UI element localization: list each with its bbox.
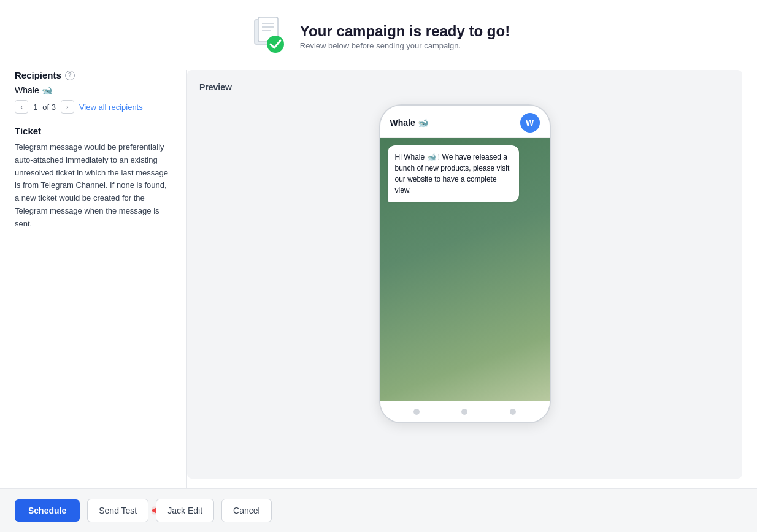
footer: Schedule Send Test Jack Edit Cancel bbox=[0, 488, 757, 532]
recipients-heading: Recipients ? bbox=[15, 70, 172, 80]
phone-mockup-container: Whale 🐋 W Hi Whale 🐋 ! We have released … bbox=[199, 104, 730, 466]
ticket-label: Ticket bbox=[15, 126, 41, 136]
view-all-recipients-link[interactable]: View all recipients bbox=[79, 102, 143, 112]
left-panel: Recipients ? Whale 🐋 ‹ 1 of 3 › View all… bbox=[15, 70, 186, 479]
pagination-of-label: of 3 bbox=[42, 102, 56, 112]
page-subtitle: Review below before sending your campaig… bbox=[300, 41, 510, 50]
cancel-button[interactable]: Cancel bbox=[221, 499, 272, 522]
phone-contact-name: Whale 🐋 bbox=[390, 118, 428, 128]
chat-message-bubble: Hi Whale 🐋 ! We have released a bunch of… bbox=[388, 145, 519, 202]
recipient-name: Whale 🐋 bbox=[15, 85, 172, 95]
phone-dot-1 bbox=[413, 409, 420, 415]
schedule-button[interactable]: Schedule bbox=[15, 499, 80, 522]
send-test-wrapper: Send Test bbox=[87, 499, 148, 522]
phone-dot-3 bbox=[510, 409, 516, 415]
phone-chat-area: Hi Whale 🐋 ! We have released a bunch of… bbox=[380, 138, 550, 401]
body-section: Recipients ? Whale 🐋 ‹ 1 of 3 › View all… bbox=[0, 70, 757, 488]
recipients-label: Recipients bbox=[15, 70, 61, 80]
ticket-section: Ticket Telegram message would be prefere… bbox=[15, 126, 172, 231]
phone-bottom-bar bbox=[380, 401, 550, 422]
phone-mockup: Whale 🐋 W Hi Whale 🐋 ! We have released … bbox=[379, 104, 551, 423]
ticket-heading: Ticket bbox=[15, 126, 172, 136]
page-title: Your campaign is ready to go! bbox=[300, 23, 510, 40]
pagination-current: 1 bbox=[33, 102, 37, 112]
preview-panel: Preview Whale 🐋 W Hi Whale 🐋 ! We have r… bbox=[187, 70, 742, 479]
pagination: ‹ 1 of 3 › View all recipients bbox=[15, 100, 172, 114]
pagination-prev-button[interactable]: ‹ bbox=[15, 100, 28, 114]
pagination-next-button[interactable]: › bbox=[61, 100, 74, 114]
phone-top-bar: Whale 🐋 W bbox=[380, 106, 550, 138]
page-header: Your campaign is ready to go! Review bel… bbox=[0, 0, 757, 70]
campaign-ready-icon bbox=[247, 15, 290, 58]
preview-title: Preview bbox=[199, 82, 730, 92]
svg-point-5 bbox=[267, 36, 284, 53]
phone-avatar: W bbox=[520, 113, 540, 133]
phone-dot-2 bbox=[461, 409, 467, 415]
header-text-block: Your campaign is ready to go! Review bel… bbox=[300, 23, 510, 50]
back-to-edit-button[interactable]: Jack Edit bbox=[156, 499, 214, 522]
send-test-button[interactable]: Send Test bbox=[87, 499, 148, 522]
recipients-help-icon[interactable]: ? bbox=[65, 71, 75, 80]
recipients-section: Recipients ? Whale 🐋 ‹ 1 of 3 › View all… bbox=[15, 70, 172, 114]
ticket-description: Telegram message would be preferentially… bbox=[15, 141, 172, 231]
